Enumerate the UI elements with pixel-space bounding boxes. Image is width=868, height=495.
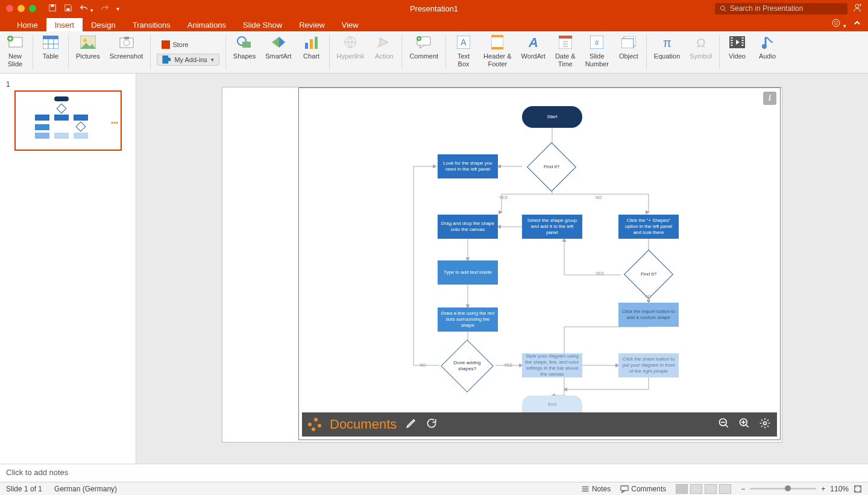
comment-icon bbox=[414, 34, 433, 51]
table-button[interactable]: Table bbox=[36, 31, 66, 73]
action-button: Action bbox=[369, 31, 399, 73]
equation-button[interactable]: π Equation bbox=[649, 31, 685, 73]
tab-insert[interactable]: Insert bbox=[46, 18, 83, 31]
addin-frame[interactable]: i bbox=[298, 87, 781, 440]
svg-point-5 bbox=[832, 19, 840, 27]
qat-customize-icon[interactable]: ▾ bbox=[116, 5, 119, 12]
zoom-thumb[interactable] bbox=[785, 485, 791, 491]
tab-animations[interactable]: Animations bbox=[179, 18, 234, 31]
svg-text:A: A bbox=[528, 36, 538, 49]
addin-info-button[interactable]: i bbox=[763, 92, 776, 105]
flow-label-no-3: NO bbox=[420, 363, 426, 367]
save-icon[interactable] bbox=[64, 4, 72, 14]
table-label: Table bbox=[43, 52, 58, 60]
shapes-icon bbox=[234, 34, 254, 51]
close-window-button[interactable] bbox=[6, 5, 13, 12]
screenshot-label: Screenshot bbox=[110, 52, 143, 60]
hyperlink-button: Hyperlink bbox=[332, 31, 370, 73]
flow-label-yes-3: YES bbox=[504, 363, 512, 367]
chart-button[interactable]: Chart bbox=[297, 31, 327, 73]
status-comments-button[interactable]: Comments bbox=[620, 485, 666, 493]
header-footer-button[interactable]: Header & Footer bbox=[479, 31, 516, 73]
new-slide-icon bbox=[5, 34, 25, 51]
status-slide-indicator[interactable]: Slide 1 of 1 bbox=[6, 485, 42, 493]
comments-icon bbox=[620, 485, 629, 493]
status-language[interactable]: German (Germany) bbox=[54, 485, 117, 493]
textbox-button[interactable]: A Text Box bbox=[448, 31, 479, 73]
store-icon bbox=[162, 40, 170, 49]
autosave-icon[interactable] bbox=[48, 4, 57, 14]
zoom-out-button[interactable]: − bbox=[741, 485, 745, 493]
video-button[interactable]: Video bbox=[722, 31, 752, 73]
view-slideshow-button[interactable] bbox=[719, 484, 731, 494]
tab-view[interactable]: View bbox=[333, 18, 367, 31]
addin-zoomout-icon[interactable] bbox=[718, 417, 730, 432]
zoom-in-button[interactable]: + bbox=[821, 485, 825, 493]
feedback-icon[interactable]: ▾ bbox=[831, 18, 846, 30]
flow-share: Click the share button to put your diagr… bbox=[618, 353, 679, 377]
view-sorter-button[interactable] bbox=[690, 484, 702, 494]
slide-thumbnail-1[interactable]: ◆◆◆ bbox=[14, 90, 122, 151]
minimize-window-button[interactable] bbox=[17, 5, 25, 12]
textbox-icon: A bbox=[454, 34, 473, 51]
my-addins-button[interactable]: My Add-ins▾ bbox=[157, 54, 219, 66]
store-button[interactable]: Store bbox=[157, 39, 219, 50]
comment-button[interactable]: Comment bbox=[404, 31, 443, 73]
addin-refresh-icon[interactable] bbox=[426, 417, 438, 432]
view-reading-button[interactable] bbox=[705, 484, 717, 494]
wordart-icon: A bbox=[524, 34, 543, 51]
addin-documents-button[interactable]: Documents bbox=[330, 417, 397, 432]
tab-slideshow[interactable]: Slide Show bbox=[234, 18, 291, 31]
object-label: Object bbox=[619, 52, 638, 60]
svg-point-43 bbox=[764, 422, 767, 425]
tab-home[interactable]: Home bbox=[8, 18, 46, 31]
redo-icon[interactable] bbox=[101, 4, 109, 14]
undo-icon[interactable]: ▾ bbox=[80, 4, 93, 14]
datetime-button[interactable]: Date & Time bbox=[550, 31, 580, 73]
slide-canvas-area[interactable]: i bbox=[136, 74, 868, 464]
pictures-label: Pictures bbox=[76, 52, 100, 60]
addin-settings-icon[interactable] bbox=[759, 417, 771, 432]
wordart-button[interactable]: A WordArt bbox=[517, 31, 550, 73]
svg-rect-16 bbox=[124, 37, 129, 39]
audio-button[interactable]: Audio bbox=[752, 31, 782, 73]
zoom-level[interactable]: 110% bbox=[830, 485, 849, 493]
slide-thumbnails-panel[interactable]: 1 ◆◆◆ bbox=[0, 74, 136, 464]
object-button[interactable]: Object bbox=[614, 31, 644, 73]
status-bar: Slide 1 of 1 German (Germany) Notes Comm… bbox=[0, 482, 868, 495]
notes-pane[interactable]: Click to add notes bbox=[0, 464, 868, 482]
tab-design[interactable]: Design bbox=[83, 18, 124, 31]
addin-toolbar: Documents bbox=[302, 412, 777, 437]
zoom-window-button[interactable] bbox=[29, 5, 36, 12]
search-box[interactable] bbox=[715, 3, 848, 14]
tab-review[interactable]: Review bbox=[291, 18, 333, 31]
status-comments-label: Comments bbox=[631, 485, 666, 493]
flow-select-group: Select the shape group and add it to the… bbox=[522, 215, 582, 239]
status-notes-button[interactable]: Notes bbox=[581, 485, 611, 493]
screenshot-button[interactable]: Screenshot bbox=[105, 31, 148, 73]
pictures-button[interactable]: Pictures bbox=[71, 31, 105, 73]
slide-canvas[interactable]: i bbox=[222, 87, 782, 443]
smartart-button[interactable]: SmartArt bbox=[260, 31, 296, 73]
flow-import: Click the import button to add a custom … bbox=[618, 303, 679, 327]
addin-logo-icon[interactable] bbox=[308, 418, 321, 431]
share-icon[interactable] bbox=[852, 3, 862, 14]
notes-icon bbox=[581, 485, 590, 493]
search-input[interactable] bbox=[730, 4, 843, 13]
addin-zoomin-icon[interactable] bbox=[738, 417, 750, 432]
tab-transitions[interactable]: Transitions bbox=[124, 18, 179, 31]
equation-icon: π bbox=[658, 34, 677, 51]
view-normal-button[interactable] bbox=[676, 484, 688, 494]
hyperlink-icon bbox=[341, 34, 360, 51]
new-slide-button[interactable]: New Slide bbox=[0, 31, 30, 73]
svg-rect-28 bbox=[491, 35, 503, 37]
header-footer-label: Header & Footer bbox=[483, 52, 511, 68]
status-notes-label: Notes bbox=[592, 485, 611, 493]
svg-point-4 bbox=[855, 4, 859, 8]
addin-edit-icon[interactable] bbox=[405, 417, 417, 432]
slidenumber-button[interactable]: # Slide Number bbox=[580, 31, 614, 73]
zoom-slider[interactable] bbox=[750, 488, 816, 490]
fit-to-window-icon[interactable] bbox=[854, 485, 862, 493]
shapes-button[interactable]: Shapes bbox=[228, 31, 260, 73]
collapse-ribbon-icon[interactable] bbox=[852, 18, 862, 30]
